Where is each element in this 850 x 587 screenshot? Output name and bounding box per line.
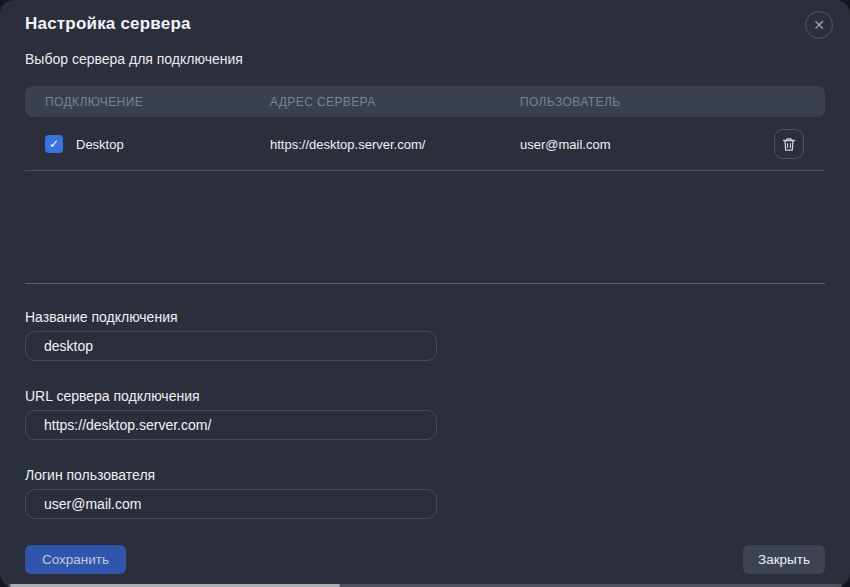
connection-name-label: Название подключения: [25, 309, 178, 325]
dialog-subtitle: Выбор сервера для подключения: [25, 51, 243, 67]
user-login-label: Логин пользователя: [25, 467, 155, 483]
checkmark-icon: ✓: [49, 137, 59, 151]
section-divider: [25, 283, 825, 284]
connection-name-input[interactable]: [25, 331, 437, 361]
table-row: ✓ Desktop https://desktop.server.com/ us…: [25, 118, 825, 170]
connection-cell: ✓ Desktop: [25, 135, 270, 153]
row-divider: [25, 170, 825, 171]
screen: Настройка сервера ✕ Выбор сервера для по…: [0, 0, 850, 587]
column-header-user: ПОЛЬЗОВАТЕЛЬ: [520, 95, 825, 109]
server-settings-dialog: Настройка сервера ✕ Выбор сервера для по…: [0, 0, 850, 587]
close-icon: ✕: [813, 18, 825, 32]
connection-name: Desktop: [76, 137, 124, 152]
page-title: Настройка сервера: [25, 14, 191, 34]
close-button[interactable]: Закрыть: [743, 545, 825, 574]
save-button[interactable]: Сохранить: [25, 545, 126, 574]
column-header-connection: ПОДКЛЮЧЕНИЕ: [25, 95, 270, 109]
server-address: https://desktop.server.com/: [270, 137, 520, 152]
user-login-input[interactable]: [25, 489, 437, 519]
close-dialog-button[interactable]: ✕: [805, 11, 833, 39]
trash-icon: [782, 137, 796, 152]
column-header-address: АДРЕС СЕРВЕРА: [270, 95, 520, 109]
server-url-label: URL сервера подключения: [25, 388, 200, 404]
server-checkbox[interactable]: ✓: [45, 135, 63, 153]
delete-server-button[interactable]: [774, 129, 804, 159]
server-table-header: ПОДКЛЮЧЕНИЕ АДРЕС СЕРВЕРА ПОЛЬЗОВАТЕЛЬ: [25, 86, 825, 117]
server-url-input[interactable]: [25, 410, 437, 440]
